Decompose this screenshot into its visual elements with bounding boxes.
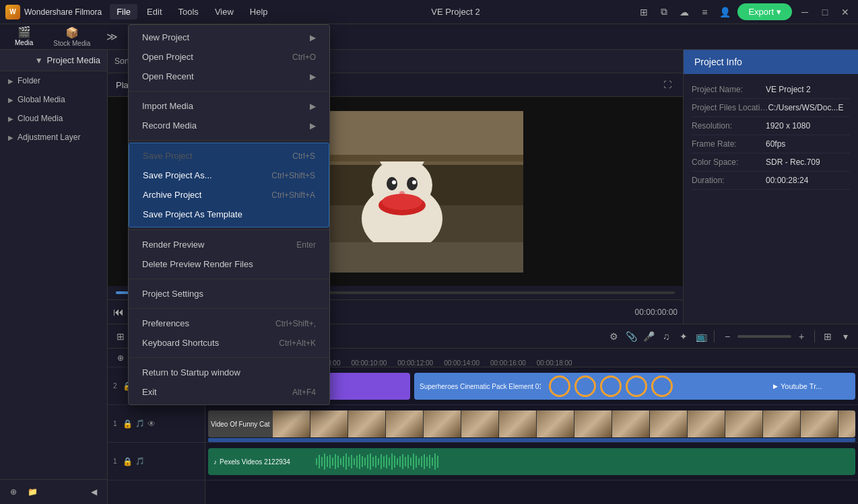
tl-zoom-in-icon[interactable]: +: [794, 329, 809, 344]
menu-project-settings[interactable]: Project Settings: [129, 284, 329, 303]
panel-collapse-icon[interactable]: ▼: [35, 56, 43, 65]
svg-rect-50: [405, 457, 406, 466]
add-media-button[interactable]: ⊕: [5, 484, 22, 500]
clip-cinematic[interactable]: Superheroes Cinematic Pack Element 01: [414, 373, 785, 400]
menu-save-as-template[interactable]: Save Project As Template: [129, 205, 329, 224]
clip-audio[interactable]: ♪ Pexels Videos 2122934: [208, 448, 855, 475]
frame-11: [650, 410, 688, 437]
menu-tools[interactable]: Tools: [172, 4, 205, 20]
global-media-item[interactable]: ▶ Global Media: [0, 90, 107, 109]
tl-collapse-icon[interactable]: ▾: [838, 329, 853, 344]
topbar: W Wondershare Filmora File Edit Tools Vi…: [0, 0, 858, 24]
stock-tab-icon: 📦: [65, 26, 79, 39]
frame-rate-row: Frame Rate: 60fps: [692, 135, 850, 153]
menu-keyboard-shortcuts[interactable]: Keyboard Shortcuts Ctrl+Alt+K: [129, 333, 329, 353]
tl-zoom-slider[interactable]: [737, 335, 791, 338]
clip-video-cat[interactable]: Video Of Funny Cat: [208, 410, 855, 437]
cat-thumbnail-6: [461, 410, 498, 437]
menu-view[interactable]: View: [208, 4, 240, 20]
menu-icon[interactable]: ≡: [697, 5, 712, 20]
dropdown-divider-5: [129, 308, 329, 309]
track-1-lock-icon[interactable]: 🔒: [123, 419, 133, 429]
menu-record-media[interactable]: Record Media ▶: [129, 116, 329, 135]
cloud-media-label: Cloud Media: [18, 114, 63, 123]
tl-snapping-icon[interactable]: ⚙: [606, 329, 621, 344]
menu-preferences[interactable]: Preferences Ctrl+Shift+,: [129, 314, 329, 333]
window-icon-2[interactable]: ⧉: [657, 5, 671, 20]
tab-media[interactable]: 🎬 Media: [5, 22, 42, 52]
tl-mic-icon[interactable]: 🎤: [641, 329, 656, 344]
project-name-label: Project Name:: [692, 85, 766, 94]
clip-youtube[interactable]: ▶ Youtube Tr...: [768, 373, 855, 400]
exit-shortcut: Alt+F4: [292, 388, 316, 397]
menu-file[interactable]: File: [110, 4, 137, 20]
menu-save-project-as[interactable]: Save Project As... Ctrl+Shift+S: [129, 166, 329, 185]
menu-edit[interactable]: Edit: [140, 4, 168, 20]
svg-rect-26: [340, 458, 341, 465]
menu-open-project[interactable]: Open Project Ctrl+O: [129, 47, 329, 67]
tab-more-button[interactable]: ≫: [104, 28, 121, 46]
adjustment-layer-item[interactable]: ▶ Adjustment Layer: [0, 128, 107, 147]
frame-6: [461, 410, 499, 437]
svg-point-10: [412, 180, 416, 184]
audio-wave-icon[interactable]: 🎵: [135, 457, 145, 466]
menu-return-startup[interactable]: Return to Startup window: [129, 363, 329, 382]
svg-rect-60: [432, 458, 433, 466]
cloud-icon[interactable]: ☁: [677, 5, 692, 20]
track-1-eye-icon[interactable]: 👁: [147, 419, 156, 429]
project-name-row: Project Name: VE Project 2: [692, 81, 850, 99]
window-icon-1[interactable]: ⊞: [636, 5, 651, 20]
menu-delete-preview[interactable]: Delete Preview Render Files: [129, 254, 329, 274]
tl-audio-icon[interactable]: ♫: [659, 329, 673, 344]
tl-add-icon[interactable]: ⊞: [113, 329, 128, 344]
menu-exit[interactable]: Exit Alt+F4: [129, 382, 329, 402]
tl-layout-icon[interactable]: ⊞: [820, 329, 835, 344]
ruler-time-8: 00:00:18:00: [531, 359, 578, 367]
svg-rect-32: [356, 456, 358, 468]
tl-effect-icon[interactable]: ✦: [676, 329, 691, 344]
folder-item[interactable]: ▶ Folder: [0, 71, 107, 90]
audio-lock-icon[interactable]: 🔒: [123, 457, 133, 466]
collapse-left-button[interactable]: ◀: [86, 484, 102, 500]
topbar-right: ⊞ ⧉ ☁ ≡ 👤 Export ▾ ─ □ ✕: [636, 3, 853, 20]
menu-open-recent[interactable]: Open Recent ▶: [129, 67, 329, 86]
add-track-icon[interactable]: ⊕: [113, 351, 128, 365]
menu-help[interactable]: Help: [243, 4, 275, 20]
svg-rect-56: [421, 456, 422, 467]
minimize-icon[interactable]: ─: [797, 5, 812, 20]
export-button[interactable]: Export ▾: [737, 3, 792, 20]
panel-actions: ⊕ 📁 ◀: [0, 479, 107, 504]
menu-save-project[interactable]: Save Project Ctrl+S: [129, 146, 329, 166]
tl-screen-icon[interactable]: 📺: [694, 329, 708, 344]
maximize-icon[interactable]: □: [818, 5, 832, 20]
youtube-icon: ▶: [773, 383, 778, 390]
prev-frame-icon[interactable]: ⏮: [113, 306, 124, 318]
account-icon[interactable]: 👤: [717, 5, 732, 20]
project-info-panel: Project Info Project Name: VE Project 2 …: [683, 50, 858, 324]
stock-tab-label: Stock Media: [53, 40, 90, 47]
project-info-header: Project Info: [684, 50, 858, 74]
svg-rect-49: [402, 454, 403, 469]
track-1-audio-icon[interactable]: 🎵: [135, 419, 145, 428]
resolution-label: Resolution:: [692, 121, 766, 131]
cat-thumbnail-7: [499, 410, 536, 437]
player-expand-icon[interactable]: ⛶: [660, 77, 675, 92]
tl-clip-icon[interactable]: 📎: [624, 329, 638, 344]
media-tab-icon: 🎬: [18, 26, 31, 38]
cat-thumbnail-2: [310, 410, 348, 437]
tl-zoom-out-icon[interactable]: −: [720, 329, 735, 344]
close-icon[interactable]: ✕: [838, 5, 853, 20]
cinematic-label: Superheroes Cinematic Pack Element 01: [420, 383, 541, 390]
cat-thumbnail-5: [424, 410, 461, 437]
dropdown-divider-3: [129, 229, 329, 230]
dropdown-divider-2: [129, 140, 329, 141]
menu-render-preview[interactable]: Render Preview Enter: [129, 235, 329, 254]
cloud-media-item[interactable]: ▶ Cloud Media: [0, 109, 107, 128]
menu-new-project[interactable]: New Project ▶: [129, 28, 329, 47]
menu-archive-project[interactable]: Archive Project Ctrl+Shift+A: [129, 185, 329, 205]
folder-button[interactable]: 📁: [24, 484, 40, 500]
svg-rect-30: [351, 455, 352, 468]
menu-import-media[interactable]: Import Media ▶: [129, 96, 329, 116]
tab-stock-media[interactable]: 📦 Stock Media: [44, 22, 100, 51]
ruler-time-6: 00:00:14:00: [438, 359, 485, 367]
